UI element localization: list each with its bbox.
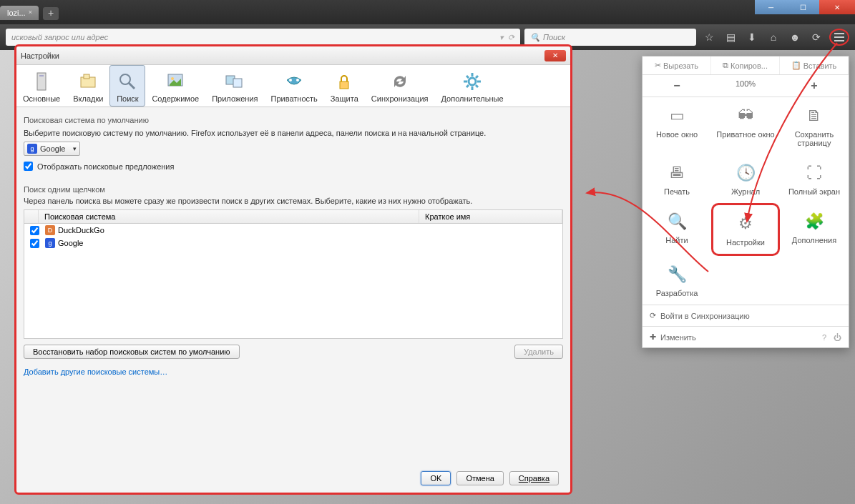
maximize-button[interactable]: ☐ (787, 0, 819, 14)
power-icon[interactable]: ⏻ (834, 333, 841, 342)
cat-label: Основные (23, 94, 60, 103)
search-bar[interactable]: 🔍 Поиск (524, 29, 696, 46)
restore-engines-button[interactable]: Восстановить набор поисковых систем по у… (24, 345, 240, 359)
engine-row[interactable]: g Google (24, 237, 562, 249)
menu-developer[interactable]: 🔧Разработка (643, 256, 711, 305)
print-icon: 🖶 (665, 162, 688, 184)
engine-checkbox[interactable] (30, 226, 39, 235)
svg-line-5 (129, 83, 135, 89)
menu-find[interactable]: 🔍Найти (643, 203, 711, 256)
zoom-in-button[interactable]: + (780, 75, 849, 97)
copy-button[interactable]: ⧉Копиров... (711, 56, 780, 74)
menu-customize-row: ✚ Изменить ? ⏻ (643, 326, 849, 347)
cat-label: Приватность (271, 94, 318, 103)
dialog-close-button[interactable]: ✕ (544, 50, 566, 61)
address-placeholder: исковый запрос или адрес (11, 33, 108, 41)
general-icon (30, 70, 53, 93)
help-button[interactable]: Справка (509, 471, 559, 485)
delete-engine-button[interactable]: Удалить (514, 345, 563, 359)
zoom-out-button[interactable]: − (643, 75, 711, 97)
gear-icon: ⚙ (734, 212, 757, 235)
reload-icon[interactable]: ⟳ (508, 33, 514, 42)
home-icon[interactable]: ⌂ (765, 29, 782, 46)
settings-categories: Основные Вкладки Поиск Содержимое Прилож… (16, 65, 570, 107)
svg-rect-12 (340, 81, 348, 89)
menu-sync-signin[interactable]: ⟳ Войти в Синхронизацию (643, 305, 849, 326)
browser-tab[interactable]: lozi... × (0, 6, 39, 20)
zoom-value[interactable]: 100% (711, 75, 780, 97)
engine-checkbox[interactable] (30, 239, 39, 248)
cat-privacy[interactable]: Приватность (265, 65, 324, 107)
menu-save-page[interactable]: 🗎Сохранить страницу (780, 97, 849, 154)
cat-sync[interactable]: Синхронизация (365, 65, 435, 107)
cat-advanced[interactable]: Дополнительные (434, 65, 509, 107)
menu-grid: ▭Новое окно 🕶Приватное окно 🗎Сохранить с… (643, 97, 849, 305)
menu-empty (780, 256, 849, 305)
mask-icon: 🕶 (734, 104, 757, 127)
close-icon[interactable]: × (29, 9, 36, 16)
face-icon[interactable]: ☻ (786, 29, 803, 46)
hamburger-menu-button[interactable] (829, 29, 849, 46)
dialog-footer: OK Отмена Справка (421, 471, 559, 485)
google-icon: g (27, 144, 37, 154)
window-icon: ▭ (665, 104, 688, 127)
minimize-button[interactable]: ─ (755, 0, 787, 14)
address-bar[interactable]: исковый запрос или адрес ▾ ⟳ (6, 29, 520, 46)
group-title: Поиск одним щелчком (24, 182, 563, 197)
wrench-icon: 🔧 (665, 263, 688, 286)
default-search-select[interactable]: g Google (24, 142, 80, 156)
cat-label: Дополнительные (441, 94, 503, 103)
col-engine[interactable]: Поисковая система (39, 210, 419, 223)
svg-line-21 (466, 85, 469, 87)
paste-button[interactable]: 📋Вставить (780, 56, 849, 74)
cat-tabs[interactable]: Вкладки (67, 65, 109, 107)
help-icon[interactable]: ? (822, 333, 826, 342)
svg-rect-9 (233, 79, 242, 87)
applications-icon (223, 70, 246, 93)
menu-fullscreen[interactable]: ⛶Полный экран (780, 154, 849, 203)
cat-security[interactable]: Защита (324, 65, 365, 107)
window-close-button[interactable]: ✕ (819, 0, 855, 14)
refresh-icon[interactable]: ⟳ (808, 29, 825, 46)
puzzle-icon: 🧩 (803, 210, 826, 233)
cat-search[interactable]: Поиск (109, 65, 145, 107)
dialog-titlebar: Настройки ✕ (16, 46, 570, 65)
cat-general[interactable]: Основные (16, 65, 67, 107)
ok-button[interactable]: OK (421, 471, 451, 485)
cat-content[interactable]: Содержимое (145, 65, 205, 107)
cat-label: Защита (331, 94, 358, 103)
cat-label: Синхронизация (371, 94, 429, 103)
col-keyword[interactable]: Краткое имя (419, 210, 562, 223)
google-icon: g (45, 238, 55, 248)
menu-zoom-row: − 100% + (643, 75, 849, 97)
engine-table: Поисковая система Краткое имя D DuckDuck… (24, 209, 563, 339)
engine-row[interactable]: D DuckDuckGo (24, 224, 562, 237)
menu-private-window[interactable]: 🕶Приватное окно (711, 97, 780, 154)
window-controls: ─ ☐ ✕ (755, 0, 855, 14)
lock-icon (333, 70, 356, 93)
copy-icon: ⧉ (723, 61, 728, 70)
svg-point-4 (120, 74, 130, 84)
svg-point-7 (171, 77, 174, 80)
library-icon[interactable]: ▤ (722, 29, 739, 46)
search-icon: 🔍 (530, 33, 540, 42)
cut-button[interactable]: ✂Вырезать (643, 56, 711, 74)
show-suggestions-checkbox[interactable] (24, 162, 33, 171)
menu-print[interactable]: 🖶Печать (643, 154, 711, 203)
svg-rect-1 (39, 75, 44, 76)
menu-addons[interactable]: 🧩Дополнения (780, 203, 849, 256)
cancel-button[interactable]: Отмена (456, 471, 503, 485)
menu-customize[interactable]: Изменить (660, 333, 696, 342)
dropdown-icon[interactable]: ▾ (499, 33, 504, 42)
dialog-title: Настройки (21, 51, 59, 60)
window-titlebar: lozi... × + ─ ☐ ✕ (0, 0, 855, 24)
new-tab-button[interactable]: + (43, 7, 59, 20)
add-engines-link[interactable]: Добавить другие поисковые системы… (24, 367, 167, 376)
bookmark-icon[interactable]: ☆ (700, 29, 718, 46)
menu-settings[interactable]: ⚙Настройки (711, 203, 780, 256)
menu-history[interactable]: 🕓Журнал (711, 154, 780, 203)
cat-applications[interactable]: Приложения (205, 65, 264, 107)
plus-icon: ✚ (650, 332, 656, 342)
menu-new-window[interactable]: ▭Новое окно (643, 97, 711, 154)
downloads-icon[interactable]: ⬇ (743, 29, 761, 46)
